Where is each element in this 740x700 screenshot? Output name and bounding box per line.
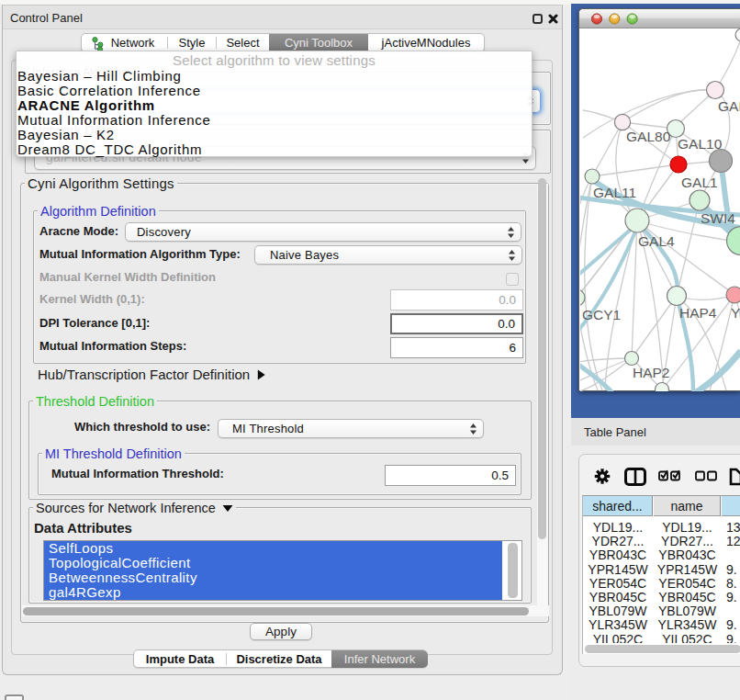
- svg-text:GAL11: GAL11: [593, 185, 636, 200]
- svg-text:Y: Y: [731, 305, 740, 321]
- svg-text:GAL10: GAL10: [678, 136, 723, 152]
- svg-text:GAL: GAL: [718, 98, 740, 114]
- svg-text:GAL1: GAL1: [681, 175, 718, 190]
- svg-text:GAL80: GAL80: [626, 129, 671, 144]
- svg-text:HAP4: HAP4: [679, 305, 717, 321]
- svg-text:HAP2: HAP2: [633, 365, 670, 380]
- svg-text:SWI4: SWI4: [701, 210, 735, 226]
- svg-text:GAL4: GAL4: [638, 233, 675, 249]
- svg-text:GCY1: GCY1: [582, 307, 621, 322]
